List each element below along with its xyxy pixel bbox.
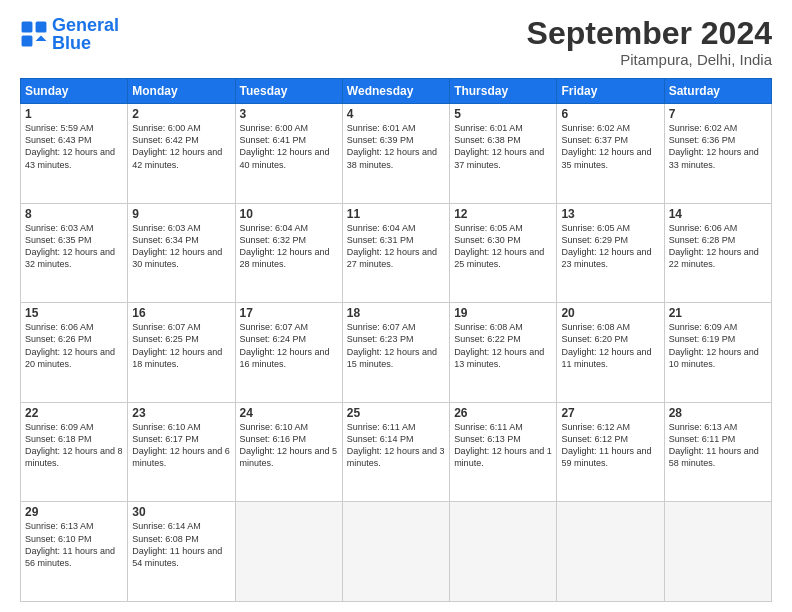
day-number: 10 [240,207,338,221]
day-number: 1 [25,107,123,121]
weekday-header: Monday [128,79,235,104]
day-number: 18 [347,306,445,320]
cell-info: Sunrise: 6:07 AMSunset: 6:25 PMDaylight:… [132,322,222,368]
weekday-header: Wednesday [342,79,449,104]
day-number: 11 [347,207,445,221]
day-number: 16 [132,306,230,320]
day-number: 2 [132,107,230,121]
weekday-header: Sunday [21,79,128,104]
calendar-cell [342,502,449,602]
calendar-cell: 8Sunrise: 6:03 AMSunset: 6:35 PMDaylight… [21,203,128,303]
cell-info: Sunrise: 6:01 AMSunset: 6:38 PMDaylight:… [454,123,544,169]
cell-info: Sunrise: 6:10 AMSunset: 6:17 PMDaylight:… [132,422,230,468]
cell-info: Sunrise: 6:10 AMSunset: 6:16 PMDaylight:… [240,422,338,468]
cell-info: Sunrise: 6:08 AMSunset: 6:22 PMDaylight:… [454,322,544,368]
logo-text: GeneralBlue [52,16,119,52]
calendar-cell: 11Sunrise: 6:04 AMSunset: 6:31 PMDayligh… [342,203,449,303]
weekday-header: Saturday [664,79,771,104]
logo: GeneralBlue [20,16,119,52]
day-number: 20 [561,306,659,320]
calendar-cell: 25Sunrise: 6:11 AMSunset: 6:14 PMDayligh… [342,402,449,502]
day-number: 25 [347,406,445,420]
calendar-cell: 23Sunrise: 6:10 AMSunset: 6:17 PMDayligh… [128,402,235,502]
location: Pitampura, Delhi, India [527,51,772,68]
cell-info: Sunrise: 6:00 AMSunset: 6:41 PMDaylight:… [240,123,330,169]
calendar-cell: 16Sunrise: 6:07 AMSunset: 6:25 PMDayligh… [128,303,235,403]
calendar-cell: 5Sunrise: 6:01 AMSunset: 6:38 PMDaylight… [450,104,557,204]
weekday-header: Thursday [450,79,557,104]
day-number: 23 [132,406,230,420]
calendar-cell: 20Sunrise: 6:08 AMSunset: 6:20 PMDayligh… [557,303,664,403]
calendar-cell: 24Sunrise: 6:10 AMSunset: 6:16 PMDayligh… [235,402,342,502]
weekday-header: Friday [557,79,664,104]
cell-info: Sunrise: 6:06 AMSunset: 6:28 PMDaylight:… [669,223,759,269]
cell-info: Sunrise: 6:05 AMSunset: 6:30 PMDaylight:… [454,223,544,269]
calendar-cell: 17Sunrise: 6:07 AMSunset: 6:24 PMDayligh… [235,303,342,403]
calendar-cell: 2Sunrise: 6:00 AMSunset: 6:42 PMDaylight… [128,104,235,204]
svg-rect-0 [22,22,33,33]
cell-info: Sunrise: 6:14 AMSunset: 6:08 PMDaylight:… [132,521,222,567]
calendar-cell: 12Sunrise: 6:05 AMSunset: 6:30 PMDayligh… [450,203,557,303]
day-number: 3 [240,107,338,121]
month-title: September 2024 [527,16,772,51]
svg-marker-3 [36,36,47,41]
day-number: 19 [454,306,552,320]
day-number: 17 [240,306,338,320]
day-number: 8 [25,207,123,221]
logo-icon [20,20,48,48]
calendar-cell: 15Sunrise: 6:06 AMSunset: 6:26 PMDayligh… [21,303,128,403]
cell-info: Sunrise: 6:08 AMSunset: 6:20 PMDaylight:… [561,322,651,368]
calendar-cell: 28Sunrise: 6:13 AMSunset: 6:11 PMDayligh… [664,402,771,502]
cell-info: Sunrise: 6:04 AMSunset: 6:32 PMDaylight:… [240,223,330,269]
cell-info: Sunrise: 6:01 AMSunset: 6:39 PMDaylight:… [347,123,437,169]
cell-info: Sunrise: 6:13 AMSunset: 6:10 PMDaylight:… [25,521,115,567]
day-number: 9 [132,207,230,221]
day-number: 5 [454,107,552,121]
day-number: 26 [454,406,552,420]
cell-info: Sunrise: 6:07 AMSunset: 6:24 PMDaylight:… [240,322,330,368]
svg-rect-1 [36,22,47,33]
cell-info: Sunrise: 6:02 AMSunset: 6:36 PMDaylight:… [669,123,759,169]
calendar-cell [557,502,664,602]
cell-info: Sunrise: 6:09 AMSunset: 6:19 PMDaylight:… [669,322,759,368]
day-number: 24 [240,406,338,420]
calendar-cell: 26Sunrise: 6:11 AMSunset: 6:13 PMDayligh… [450,402,557,502]
day-number: 4 [347,107,445,121]
cell-info: Sunrise: 6:00 AMSunset: 6:42 PMDaylight:… [132,123,222,169]
calendar-cell [235,502,342,602]
calendar-cell [664,502,771,602]
calendar-cell: 3Sunrise: 6:00 AMSunset: 6:41 PMDaylight… [235,104,342,204]
day-number: 13 [561,207,659,221]
calendar-cell: 21Sunrise: 6:09 AMSunset: 6:19 PMDayligh… [664,303,771,403]
cell-info: Sunrise: 6:12 AMSunset: 6:12 PMDaylight:… [561,422,651,468]
day-number: 7 [669,107,767,121]
day-number: 27 [561,406,659,420]
calendar-cell: 13Sunrise: 6:05 AMSunset: 6:29 PMDayligh… [557,203,664,303]
calendar-cell [450,502,557,602]
calendar-cell: 1Sunrise: 5:59 AMSunset: 6:43 PMDaylight… [21,104,128,204]
day-number: 29 [25,505,123,519]
cell-info: Sunrise: 6:05 AMSunset: 6:29 PMDaylight:… [561,223,651,269]
title-block: September 2024 Pitampura, Delhi, India [527,16,772,68]
cell-info: Sunrise: 6:11 AMSunset: 6:14 PMDaylight:… [347,422,445,468]
cell-info: Sunrise: 6:09 AMSunset: 6:18 PMDaylight:… [25,422,123,468]
cell-info: Sunrise: 6:03 AMSunset: 6:35 PMDaylight:… [25,223,115,269]
svg-rect-2 [22,36,33,47]
calendar-cell: 9Sunrise: 6:03 AMSunset: 6:34 PMDaylight… [128,203,235,303]
day-number: 21 [669,306,767,320]
calendar-cell: 7Sunrise: 6:02 AMSunset: 6:36 PMDaylight… [664,104,771,204]
day-number: 22 [25,406,123,420]
page: GeneralBlue September 2024 Pitampura, De… [0,0,792,612]
calendar-cell: 18Sunrise: 6:07 AMSunset: 6:23 PMDayligh… [342,303,449,403]
calendar-table: SundayMondayTuesdayWednesdayThursdayFrid… [20,78,772,602]
cell-info: Sunrise: 5:59 AMSunset: 6:43 PMDaylight:… [25,123,115,169]
calendar-cell: 29Sunrise: 6:13 AMSunset: 6:10 PMDayligh… [21,502,128,602]
cell-info: Sunrise: 6:02 AMSunset: 6:37 PMDaylight:… [561,123,651,169]
calendar-cell: 19Sunrise: 6:08 AMSunset: 6:22 PMDayligh… [450,303,557,403]
calendar-cell: 10Sunrise: 6:04 AMSunset: 6:32 PMDayligh… [235,203,342,303]
calendar-cell: 22Sunrise: 6:09 AMSunset: 6:18 PMDayligh… [21,402,128,502]
cell-info: Sunrise: 6:13 AMSunset: 6:11 PMDaylight:… [669,422,759,468]
cell-info: Sunrise: 6:04 AMSunset: 6:31 PMDaylight:… [347,223,437,269]
cell-info: Sunrise: 6:11 AMSunset: 6:13 PMDaylight:… [454,422,552,468]
calendar-cell: 4Sunrise: 6:01 AMSunset: 6:39 PMDaylight… [342,104,449,204]
